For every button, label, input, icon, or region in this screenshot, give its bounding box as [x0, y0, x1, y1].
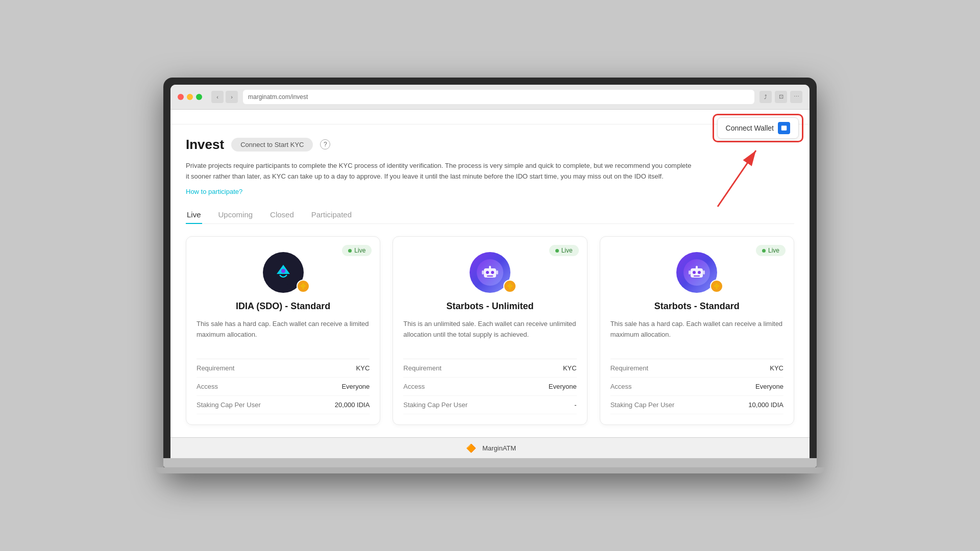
detail-value: KYC [356, 364, 370, 372]
idia-logo-svg [271, 260, 296, 285]
detail-row: Access Everyone [403, 378, 576, 396]
detail-row: Requirement KYC [197, 359, 370, 378]
card-details-1: Requirement KYC Access Everyone Staking … [197, 359, 370, 414]
tab-closed[interactable]: Closed [269, 206, 295, 224]
card-details-2: Requirement KYC Access Everyone Staking … [403, 359, 576, 414]
svg-rect-28 [689, 270, 691, 274]
detail-label: Staking Cap Per User [610, 401, 675, 409]
bnb-chain-badge-3 [710, 280, 723, 293]
svg-point-25 [698, 271, 701, 274]
address-bar[interactable]: marginatm.com/invest [243, 90, 754, 104]
svg-rect-27 [696, 266, 698, 269]
card-desc-2: This is an unlimited sale. Each wallet c… [403, 319, 576, 349]
cards-grid: Live [186, 236, 794, 425]
detail-row: Requirement KYC [403, 359, 576, 378]
svg-rect-13 [487, 276, 493, 277]
card-title-3: Starbots - Standard [610, 301, 783, 312]
invest-description: Private projects require participants to… [186, 161, 696, 182]
svg-point-12 [491, 271, 494, 274]
detail-label: Access [610, 383, 632, 390]
detail-row: Staking Cap Per User 10,000 IDIA [610, 396, 783, 414]
page-header: Invest Connect to Start KYC ? [186, 137, 794, 153]
window-button[interactable]: ⊡ [775, 91, 787, 103]
card-logo-wrapper-1 [197, 252, 370, 293]
detail-row: Staking Cap Per User - [403, 396, 576, 414]
starbots-logo-svg-2 [683, 259, 710, 286]
detail-label: Access [403, 383, 425, 390]
svg-point-11 [486, 271, 489, 274]
main-content: Invest Connect to Start KYC ? Private pr… [170, 124, 810, 438]
detail-label: Requirement [197, 364, 234, 372]
tab-upcoming[interactable]: Upcoming [217, 206, 254, 224]
tab-live[interactable]: Live [186, 206, 202, 224]
svg-rect-29 [703, 270, 705, 274]
detail-value: - [574, 401, 576, 409]
tabs-container: Live Upcoming Closed Participated [186, 206, 794, 224]
laptop-bottom [163, 458, 817, 467]
card-title-2: Starbots - Unlimited [403, 301, 576, 312]
detail-row: Staking Cap Per User 20,000 IDIA [197, 396, 370, 414]
card-desc-1: This sale has a hard cap. Each wallet ca… [197, 319, 370, 349]
svg-rect-16 [496, 270, 498, 274]
bnb-chain-badge-2 [503, 280, 517, 293]
detail-label: Requirement [610, 364, 648, 372]
card-title-1: IDIA (SDO) - Standard [197, 301, 370, 312]
how-to-participate-link[interactable]: How to participate? [186, 188, 242, 195]
help-icon[interactable]: ? [320, 139, 330, 149]
svg-point-24 [693, 271, 696, 274]
detail-label: Staking Cap Per User [197, 401, 261, 409]
starbots-logo-svg-1 [477, 259, 503, 286]
detail-value: 20,000 IDIA [335, 401, 370, 409]
detail-value: Everyone [341, 383, 370, 390]
laptop-base [155, 467, 825, 473]
card-details-3: Requirement KYC Access Everyone Staking … [610, 359, 783, 414]
traffic-lights [178, 94, 202, 100]
taskbar-app-name: MarginATM [482, 444, 516, 452]
svg-rect-26 [694, 276, 700, 277]
detail-row: Access Everyone [197, 378, 370, 396]
kyc-button[interactable]: Connect to Start KYC [231, 138, 313, 152]
card-desc-3: This sale has a hard cap. Each wallet ca… [610, 319, 783, 349]
detail-label: Access [197, 383, 218, 390]
top-bar: Connect Wallet [170, 110, 810, 124]
more-button[interactable]: ⋯ [790, 91, 802, 103]
detail-row: Access Everyone [610, 378, 783, 396]
card-starbots-unlimited[interactable]: Live [393, 236, 587, 425]
detail-value: Everyone [549, 383, 577, 390]
detail-value: Everyone [755, 383, 783, 390]
minimize-button[interactable] [187, 94, 193, 100]
detail-value: KYC [770, 364, 783, 372]
detail-label: Staking Cap Per User [403, 401, 468, 409]
forward-button[interactable]: › [226, 91, 238, 103]
page-title: Invest [186, 137, 224, 153]
detail-value: KYC [563, 364, 577, 372]
card-starbots-standard[interactable]: Live [600, 236, 794, 425]
svg-rect-14 [489, 266, 491, 269]
card-logo-wrapper-2 [403, 252, 576, 293]
taskbar-app-icon[interactable]: 🔶 [464, 441, 478, 455]
card-idia-standard[interactable]: Live [186, 236, 380, 425]
tab-participated[interactable]: Participated [310, 206, 353, 224]
maximize-button[interactable] [196, 94, 202, 100]
svg-rect-15 [482, 270, 484, 274]
detail-label: Requirement [403, 364, 441, 372]
share-button[interactable]: ⤴ [760, 91, 772, 103]
detail-row: Requirement KYC [610, 359, 783, 378]
close-button[interactable] [178, 94, 184, 100]
detail-value: 10,000 IDIA [748, 401, 783, 409]
card-logo-wrapper-3 [610, 252, 783, 293]
back-button[interactable]: ‹ [211, 91, 224, 103]
taskbar: 🔶 MarginATM [170, 437, 810, 458]
svg-point-3 [281, 269, 285, 273]
bnb-chain-badge-1 [297, 280, 310, 293]
